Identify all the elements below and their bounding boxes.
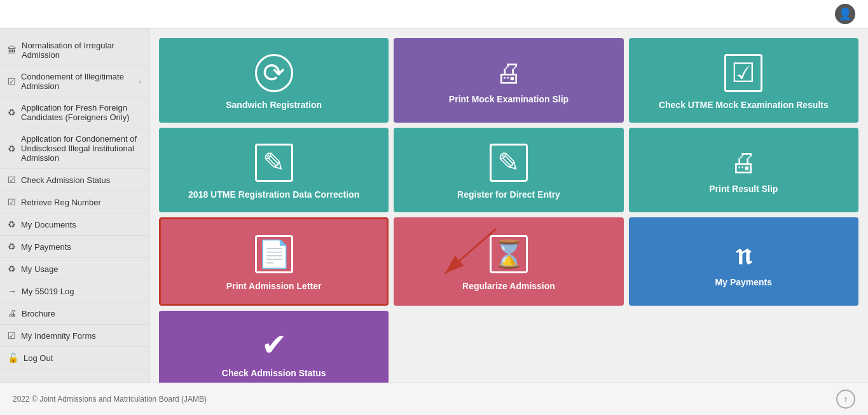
sidebar-item-brochure[interactable]: 🖨 Brochure	[0, 303, 149, 325]
topbar: 👤	[0, 0, 868, 29]
sidebar-item-normalisation[interactable]: 🏛 Normalisation of Irregular Admission	[0, 35, 149, 66]
paypal-icon: 𝔫	[736, 239, 751, 269]
checkbox-icon: ☑	[8, 76, 16, 86]
sidebar-label: Application for Fresh Foreign Candidates…	[21, 103, 141, 122]
card-label: Print Result Slip	[709, 184, 778, 194]
card-label: 2018 UTME Registration Data Correction	[188, 189, 359, 200]
sidebar-item-my-usage[interactable]: ♻ My Usage	[0, 258, 149, 280]
card-label: Print Admission Letter	[226, 281, 322, 291]
sidebar-label: My Documents	[21, 220, 141, 229]
building-icon: 🏛	[8, 45, 17, 55]
copyright-text: 2022 © Joint Admissions and Matriculatio…	[13, 395, 207, 404]
card-print-result[interactable]: 🖨 Print Result Slip	[629, 128, 858, 212]
cards-grid: ⟳ Sandwich Registration 🖨 Print Mock Exa…	[159, 38, 858, 383]
card-my-payments[interactable]: 𝔫 My Payments	[629, 217, 858, 306]
print-icon: 🖨	[495, 60, 522, 86]
card-utme-correction[interactable]: ✎ 2018 UTME Registration Data Correction	[159, 128, 389, 212]
print-result-icon: 🖨	[730, 149, 757, 176]
sidebar-item-retrieve-reg[interactable]: ☑ Retrieve Reg Number	[0, 191, 149, 214]
card-direct-entry[interactable]: ✎ Register for Direct Entry	[394, 128, 623, 212]
sidebar-item-my-documents[interactable]: ♻ My Documents	[0, 214, 149, 236]
arrow-icon: →	[8, 286, 17, 296]
main-content: ⟳ Sandwich Registration 🖨 Print Mock Exa…	[149, 29, 868, 383]
sidebar-item-condonement[interactable]: ☑ Condonement of Illegitimate Admission …	[0, 66, 149, 97]
check-icon-3: ☑	[8, 330, 16, 341]
sidebar: 🏛 Normalisation of Irregular Admission ☑…	[0, 29, 149, 383]
sidebar-item-indemnity[interactable]: ☑ My Indemnity Forms	[0, 325, 149, 347]
card-label: Check Admission Status	[222, 368, 326, 378]
sidebar-label: My Indemnity Forms	[21, 331, 141, 341]
hourglass-icon: ⌛	[490, 235, 528, 273]
card-print-admission[interactable]: 📄 Print Admission Letter	[159, 217, 389, 306]
sidebar-label: Check Admission Status	[21, 175, 141, 185]
sidebar-label: Brochure	[22, 309, 141, 318]
edit-icon-2: ✎	[490, 144, 528, 182]
card-label: Regularize Admission	[462, 281, 555, 291]
card-label: Sandwich Registration	[226, 100, 322, 110]
card-regularize[interactable]: ⌛ Regularize Admission	[394, 217, 623, 306]
sidebar-label: Retrieve Reg Number	[21, 198, 141, 207]
card-label: Check UTME Mock Examination Results	[659, 100, 829, 110]
card-label: My Payments	[715, 277, 772, 287]
sandwich-icon: ⟳	[255, 54, 293, 92]
sidebar-label: My Usage	[21, 264, 141, 274]
logout-icon: 🔓	[8, 353, 18, 363]
check-icon-2: ☑	[8, 197, 16, 207]
check-utme-icon: ☑	[724, 54, 762, 92]
card-check-utme[interactable]: ☑ Check UTME Mock Examination Results	[629, 38, 858, 123]
check-icon: ☑	[8, 175, 16, 185]
sidebar-label: Condonement of Illegitimate Admission	[21, 72, 134, 91]
sidebar-item-fresh-foreign[interactable]: ♻ Application for Fresh Foreign Candidat…	[0, 97, 149, 128]
sidebar-label: Application for Condonement of Undisclos…	[21, 134, 141, 163]
sidebar-item-my-55019[interactable]: → My 55019 Log	[0, 280, 149, 303]
sidebar-item-my-payments[interactable]: ♻ My Payments	[0, 236, 149, 258]
scroll-to-top-button[interactable]: ↑	[836, 390, 855, 409]
recycle-icon-5: ♻	[8, 264, 16, 274]
printer-icon: 🖨	[8, 308, 17, 318]
card-check-admission-status[interactable]: ✔ Check Admission Status	[159, 311, 389, 383]
card-label: Register for Direct Entry	[457, 189, 560, 200]
sidebar-item-condonement-undisclosed[interactable]: ♻ Application for Condonement of Undiscl…	[0, 128, 149, 169]
document-icon: 📄	[255, 235, 293, 273]
card-label: Print Mock Examination Slip	[449, 94, 568, 104]
sidebar-label: Log Out	[24, 353, 141, 363]
recycle-icon-4: ♻	[8, 242, 16, 252]
footer: 2022 © Joint Admissions and Matriculatio…	[0, 383, 868, 415]
recycle-icon-3: ♻	[8, 219, 16, 229]
sidebar-label: My 55019 Log	[22, 287, 141, 296]
checkmark-icon: ✔	[261, 330, 287, 360]
recycle-icon-2: ♻	[8, 144, 16, 154]
sidebar-label: Normalisation of Irregular Admission	[22, 41, 141, 60]
sidebar-item-check-admission[interactable]: ☑ Check Admission Status	[0, 169, 149, 191]
sidebar-item-logout[interactable]: 🔓 Log Out	[0, 347, 149, 369]
card-print-mock[interactable]: 🖨 Print Mock Examination Slip	[394, 38, 623, 123]
edit-icon: ✎	[255, 144, 293, 182]
user-avatar-icon[interactable]: 👤	[835, 4, 855, 24]
sidebar-label: My Payments	[21, 242, 141, 252]
recycle-icon: ♻	[8, 107, 16, 118]
chevron-right-icon: ›	[139, 78, 141, 85]
card-sandwich[interactable]: ⟳ Sandwich Registration	[159, 38, 389, 123]
